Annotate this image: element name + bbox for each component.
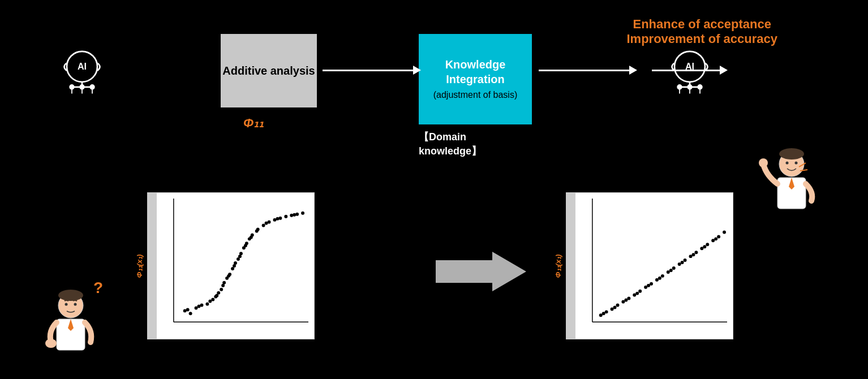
ai-left-svg: AI [57, 45, 108, 96]
arrow-line-1 [323, 70, 413, 71]
left-chart-y-label-container: Contribution byfactor x1 Φ₁₁(x₁) [113, 192, 147, 339]
svg-point-73 [627, 297, 630, 300]
svg-point-92 [613, 305, 617, 309]
svg-point-68 [599, 313, 603, 317]
right-chart-canvas: Effect(x₁) [575, 192, 733, 339]
svg-point-97 [669, 269, 673, 272]
svg-point-43 [262, 224, 265, 227]
svg-point-83 [684, 259, 687, 262]
svg-point-29 [217, 291, 220, 295]
svg-point-72 [621, 300, 625, 304]
svg-point-94 [635, 292, 639, 295]
arrow-left-to-additive [323, 66, 421, 75]
arrow-line-3 [652, 70, 720, 71]
svg-point-105 [74, 303, 77, 306]
right-y-label-line2: Φ₁₁(x₁) [553, 239, 563, 294]
svg-point-78 [655, 278, 659, 282]
svg-point-57 [233, 264, 236, 268]
domain-label-line2: knowledge】 [419, 144, 482, 158]
svg-point-5 [80, 85, 84, 89]
svg-point-6 [90, 85, 94, 89]
svg-point-47 [284, 215, 287, 218]
svg-point-111 [786, 162, 789, 165]
svg-point-74 [633, 294, 636, 297]
enhance-text-line1: Enhance of acceptance [626, 17, 777, 32]
svg-point-96 [658, 277, 661, 280]
big-gray-arrow [436, 249, 526, 294]
additive-analysis-box: Additive analysis [221, 34, 317, 107]
left-chart-y-label: Contribution byfactor x1 Φ₁₁(x₁) [116, 239, 145, 294]
svg-point-48 [290, 214, 293, 217]
person-right-illustration [755, 147, 828, 221]
arrow-line-2 [539, 70, 629, 71]
svg-point-89 [717, 235, 720, 238]
arrow-knowledge-to-ai [652, 66, 728, 75]
left-y-label-line2: Φ₁₁(x₁) [135, 239, 144, 294]
svg-point-69 [605, 310, 608, 313]
svg-point-99 [691, 253, 695, 256]
ai-icon-left: AI [57, 45, 108, 96]
chart-area-right: Contribution byfactor x1 Φ₁₁(x₁) [532, 192, 733, 339]
svg-point-103 [58, 290, 83, 301]
svg-point-62 [265, 222, 268, 225]
right-chart-y-label-container: Contribution byfactor x1 Φ₁₁(x₁) [532, 192, 566, 339]
svg-point-79 [661, 274, 664, 278]
svg-point-100 [703, 245, 706, 248]
svg-point-26 [205, 303, 209, 306]
arrow-head-2 [629, 66, 637, 75]
svg-point-36 [237, 257, 240, 261]
svg-point-70 [611, 307, 614, 311]
svg-point-81 [672, 266, 676, 270]
svg-point-86 [700, 247, 703, 250]
right-y-label-line1: Contribution byfactor x1 [535, 239, 554, 294]
svg-marker-65 [436, 252, 526, 291]
svg-point-61 [255, 230, 259, 233]
svg-point-115 [759, 158, 768, 167]
svg-point-82 [678, 262, 681, 266]
big-arrow-svg [436, 249, 526, 294]
enhance-accuracy-text: Enhance of acceptance Improvement of acc… [626, 17, 777, 46]
svg-point-46 [278, 217, 282, 220]
svg-point-88 [711, 239, 715, 242]
svg-text:AI: AI [78, 61, 87, 71]
right-chart-y-label: Contribution byfactor x1 Φ₁₁(x₁) [535, 239, 564, 294]
svg-point-34 [231, 267, 234, 270]
left-y-label-line1: Contribution byfactor x1 [116, 239, 135, 294]
svg-point-58 [238, 255, 242, 258]
domain-knowledge-label: 【Domain knowledge】 [419, 130, 482, 158]
svg-point-98 [681, 261, 684, 264]
svg-point-85 [694, 251, 698, 254]
svg-point-60 [250, 235, 253, 239]
svg-point-15 [687, 85, 691, 89]
svg-point-91 [602, 312, 605, 315]
svg-point-110 [779, 148, 804, 160]
arrow-additive-to-knowledge [539, 66, 637, 75]
svg-point-59 [244, 244, 247, 247]
svg-point-90 [723, 230, 726, 234]
left-chart-canvas: Effect(x₁) [156, 192, 315, 339]
person-left-svg [34, 288, 108, 362]
svg-point-56 [227, 274, 230, 278]
svg-point-23 [189, 312, 192, 315]
person-right-svg [755, 147, 828, 221]
svg-point-52 [197, 304, 201, 308]
svg-point-30 [220, 288, 223, 291]
right-chart-svg [575, 193, 733, 339]
knowledge-integration-subtitle: (adjustment of basis) [433, 89, 518, 101]
arrow-head-1 [413, 66, 421, 75]
svg-point-76 [644, 286, 647, 289]
arrow-head-3 [720, 66, 728, 75]
svg-point-55 [221, 284, 225, 287]
svg-point-104 [65, 303, 68, 306]
chart-area-left: Contribution byfactor x1 Φ₁₁(x₁) [113, 192, 315, 339]
left-chart-svg [157, 193, 314, 339]
domain-label-line1: 【Domain [419, 130, 482, 144]
svg-point-51 [186, 308, 190, 311]
svg-point-87 [706, 243, 709, 246]
svg-point-108 [45, 339, 57, 348]
svg-point-24 [195, 306, 198, 309]
svg-point-54 [215, 294, 218, 298]
svg-point-93 [624, 299, 628, 302]
svg-point-63 [276, 217, 279, 221]
svg-point-49 [295, 213, 299, 216]
